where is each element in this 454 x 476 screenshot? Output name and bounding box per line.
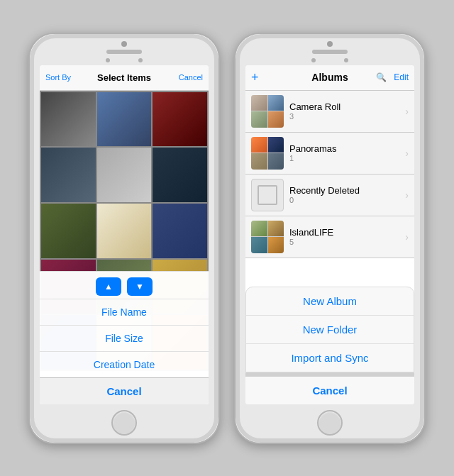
photo-cell-7[interactable] [41, 204, 96, 258]
pano-cell-2 [268, 137, 284, 153]
camera-roll-count: 3 [289, 112, 399, 121]
camera-roll-thumb [251, 95, 284, 128]
right-screen: + Albums 🔍 Edit Camera [245, 65, 414, 404]
dot-right-2 [344, 58, 348, 62]
speaker-left [106, 50, 142, 54]
right-phone: + Albums 🔍 Edit Camera [234, 33, 426, 444]
photo-cell-2[interactable] [97, 92, 152, 147]
recently-deleted-count: 0 [289, 196, 399, 204]
left-nav-bar: Sort By Select Items Cancel [40, 65, 209, 91]
right-phone-bottom [236, 410, 424, 443]
recently-deleted-name: Recently Deleted [289, 185, 399, 196]
photo-cell-3[interactable] [153, 92, 207, 147]
side-dots-right [311, 58, 348, 62]
add-album-button[interactable]: + [251, 70, 259, 85]
islandlife-thumb [251, 221, 284, 253]
photo-cell-9[interactable] [153, 204, 207, 258]
left-phone: Sort By Select Items Cancel ▲ [28, 33, 220, 444]
islandlife-info: IslandLIFE 5 [289, 227, 399, 246]
camera-roll-name: Camera Roll [289, 101, 399, 112]
island-cell-2 [268, 221, 284, 237]
camera-right [327, 41, 333, 47]
new-folder-button[interactable]: New Folder [246, 316, 414, 344]
sort-filesize-option[interactable]: File Size [40, 325, 209, 351]
thumb-cell-1 [251, 95, 267, 111]
dot-left-2 [138, 58, 143, 62]
camera-roll-info: Camera Roll 3 [289, 101, 399, 121]
sort-creationdate-option[interactable]: Creation Date [40, 351, 209, 377]
pano-cell-3 [251, 153, 267, 170]
album-item-panoramas[interactable]: Panoramas 1 › [245, 133, 414, 175]
pano-cell-1 [251, 137, 267, 153]
dot-right-1 [311, 58, 316, 62]
panoramas-count: 1 [289, 154, 399, 162]
photo-cell-1[interactable] [41, 92, 96, 147]
side-dots-left [106, 58, 143, 62]
island-cell-3 [251, 237, 267, 253]
panoramas-info: Panoramas 1 [289, 143, 399, 162]
recently-deleted-thumb-inner [258, 185, 277, 205]
recently-deleted-thumb [251, 179, 284, 211]
photo-cell-6[interactable] [153, 148, 207, 202]
pano-cell-4 [268, 153, 284, 170]
album-item-islandlife[interactable]: IslandLIFE 5 › [245, 216, 414, 258]
islandlife-chevron: › [405, 231, 409, 243]
camera-roll-chevron: › [405, 106, 409, 117]
panoramas-thumb [251, 137, 284, 170]
recently-deleted-info: Recently Deleted 0 [289, 185, 399, 204]
album-item-camera-roll[interactable]: Camera Roll 3 › [245, 91, 414, 133]
thumb-cell-3 [251, 111, 267, 128]
sort-descending-button[interactable]: ▼ [127, 277, 153, 296]
left-phone-bottom [30, 410, 218, 443]
action-sheet: New Album New Folder Import and Sync Can… [245, 287, 414, 404]
right-home-button[interactable] [317, 410, 343, 436]
left-home-button[interactable] [111, 410, 137, 436]
sort-by-button[interactable]: Sort By [45, 73, 71, 82]
sort-ascending-button[interactable]: ▲ [96, 277, 121, 296]
camera-left [121, 41, 127, 47]
left-screen: Sort By Select Items Cancel ▲ [40, 65, 209, 404]
left-nav-title: Select Items [97, 72, 151, 83]
photo-cell-4[interactable] [41, 148, 96, 202]
recently-deleted-chevron: › [405, 189, 409, 201]
sort-arrows: ▲ ▼ [96, 277, 153, 296]
album-item-recently-deleted[interactable]: Recently Deleted 0 › [245, 175, 414, 216]
left-phone-top [30, 34, 218, 62]
panoramas-chevron: › [405, 148, 409, 159]
new-album-button[interactable]: New Album [246, 287, 414, 316]
search-icon[interactable]: 🔍 [376, 72, 387, 82]
sort-filename-option[interactable]: File Name [40, 299, 209, 325]
photo-cell-5[interactable] [97, 148, 152, 202]
edit-button[interactable]: Edit [394, 72, 409, 82]
albums-list: Camera Roll 3 › Panoramas 1 [245, 91, 414, 258]
thumb-cell-2 [268, 95, 284, 111]
albums-nav-title: Albums [311, 72, 348, 83]
action-group: New Album New Folder Import and Sync [245, 287, 414, 372]
cancel-nav-button[interactable]: Cancel [179, 73, 203, 82]
islandlife-count: 5 [289, 238, 399, 246]
albums-nav-bar: + Albums 🔍 Edit [245, 65, 414, 91]
import-sync-button[interactable]: Import and Sync [246, 344, 414, 372]
speaker-right [312, 50, 348, 54]
island-cell-1 [251, 221, 267, 237]
sort-overlay: ▲ ▼ File Name File Size Creation Date Ca… [40, 271, 209, 404]
sort-cancel-button[interactable]: Cancel [40, 377, 209, 404]
photo-cell-8[interactable] [97, 204, 152, 258]
thumb-cell-4 [268, 111, 284, 128]
dot-left-1 [106, 58, 110, 62]
albums-nav-actions: 🔍 Edit [376, 72, 409, 82]
islandlife-name: IslandLIFE [289, 227, 399, 238]
island-cell-4 [268, 237, 284, 253]
action-cancel-button[interactable]: Cancel [245, 372, 414, 404]
right-phone-top [236, 34, 424, 62]
panoramas-name: Panoramas [289, 143, 399, 154]
